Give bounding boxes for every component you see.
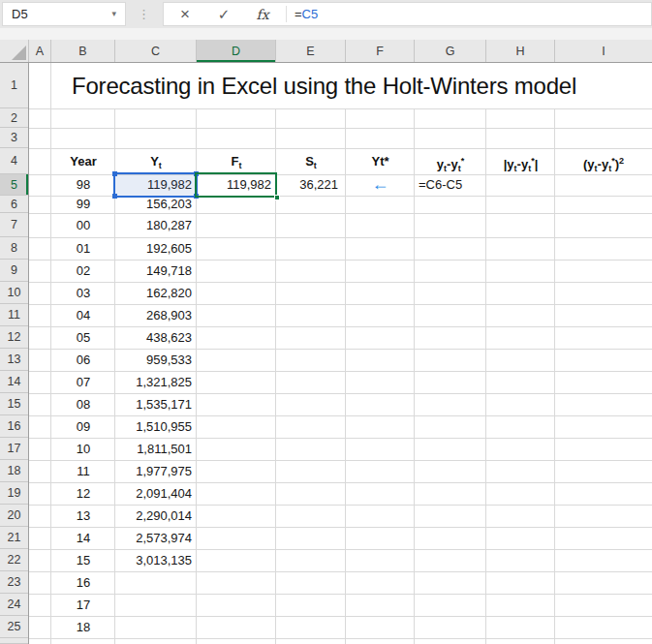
select-all-triangle-icon	[12, 46, 26, 60]
cell-C12[interactable]: 438,623	[115, 326, 192, 349]
cell-B12[interactable]: 05	[51, 326, 115, 349]
row-header-25[interactable]: 25	[0, 616, 28, 638]
cell-C11[interactable]: 268,903	[115, 304, 192, 326]
row-header-16[interactable]: 16	[0, 415, 28, 438]
row-header-7[interactable]: 7	[0, 213, 28, 237]
name-box-dropdown-icon[interactable]: ▾	[111, 9, 116, 18]
cell-B15[interactable]: 08	[51, 393, 115, 415]
cell-D4-header-ft[interactable]: Ft	[197, 148, 276, 174]
cell-B1-title[interactable]: Forecasting in Excel using the Holt-Wint…	[72, 63, 576, 108]
cell-C19[interactable]: 2,091,404	[115, 482, 192, 505]
excel-window: D5 ▾ ⋮ × ✓ fx =C5 A B C D E F G H I 1 2 …	[0, 0, 652, 644]
cell-C9[interactable]: 149,718	[115, 260, 192, 282]
column-header-D[interactable]: D	[197, 40, 276, 62]
cell-C7[interactable]: 180,287	[115, 213, 192, 237]
cell-B13[interactable]: 06	[51, 349, 115, 371]
cell-B18[interactable]: 11	[51, 460, 115, 482]
row-headers: 1 2 3 4 5 6 7 8 9 10 11 12 13 14 15 16 1…	[0, 63, 29, 644]
cell-B24[interactable]: 17	[51, 594, 115, 616]
cell-C20[interactable]: 2,290,014	[115, 505, 192, 527]
cell-C14[interactable]: 1,321,825	[115, 371, 192, 393]
row-header-24[interactable]: 24	[0, 594, 28, 616]
row-header-14[interactable]: 14	[0, 371, 28, 393]
row-header-3[interactable]: 3	[0, 128, 28, 148]
cell-H4-header-absdiff[interactable]: |yt-yt*|	[486, 148, 555, 174]
cell-C6[interactable]: 156,203	[115, 196, 192, 213]
cell-B23[interactable]: 16	[51, 571, 115, 594]
cell-G4-header-diff[interactable]: yt-yt*	[415, 148, 486, 174]
row-header-15[interactable]: 15	[0, 393, 28, 415]
row-header-4[interactable]: 4	[0, 148, 28, 174]
cell-G5[interactable]: =C6-C5	[419, 174, 486, 196]
cell-C8[interactable]: 192,605	[115, 237, 192, 260]
row-header-19[interactable]: 19	[0, 482, 28, 505]
fill-handle[interactable]	[274, 195, 280, 200]
column-header-G[interactable]: G	[415, 40, 486, 62]
column-header-A[interactable]: A	[29, 40, 51, 62]
row-header-9[interactable]: 9	[0, 260, 28, 282]
row-header-8[interactable]: 8	[0, 237, 28, 260]
cell-D5[interactable]: 119,982	[197, 174, 271, 196]
row-header-13[interactable]: 13	[0, 349, 28, 371]
cell-C13[interactable]: 959,533	[115, 349, 192, 371]
select-all-button[interactable]	[0, 40, 29, 62]
row-header-20[interactable]: 20	[0, 505, 28, 527]
cell-C18[interactable]: 1,977,975	[115, 460, 192, 482]
cell-E4-header-st[interactable]: St	[276, 148, 346, 174]
cell-B25[interactable]: 18	[51, 616, 115, 638]
row-header-11[interactable]: 11	[0, 304, 28, 326]
cell-E5[interactable]: 36,221	[276, 174, 338, 196]
cancel-icon[interactable]: ×	[166, 5, 204, 24]
cell-C4-header-yt[interactable]: Yt	[115, 148, 197, 174]
cell-C22[interactable]: 3,013,135	[115, 549, 192, 571]
cell-B16[interactable]: 09	[51, 415, 115, 438]
row-header-18[interactable]: 18	[0, 460, 28, 482]
cell-F4-header-ytstar[interactable]: Yt*	[346, 148, 415, 174]
formula-input[interactable]: =C5	[295, 7, 318, 21]
column-header-F[interactable]: F	[346, 40, 415, 62]
row-header-10[interactable]: 10	[0, 282, 28, 304]
cell-B22[interactable]: 15	[51, 549, 115, 571]
cell-C15[interactable]: 1,535,171	[115, 393, 192, 415]
cell-C5[interactable]: 119,982	[115, 174, 192, 196]
column-header-C[interactable]: C	[115, 40, 197, 62]
row-header-1[interactable]: 1	[0, 63, 28, 108]
cell-B8[interactable]: 01	[51, 237, 115, 260]
cell-B5[interactable]: 98	[51, 174, 115, 196]
row-header-5[interactable]: 5	[0, 174, 28, 196]
cell-B7[interactable]: 00	[51, 213, 115, 237]
cell-B10[interactable]: 03	[51, 282, 115, 304]
row-header-12[interactable]: 12	[0, 326, 28, 349]
cell-B4-header-year[interactable]: Year	[51, 148, 115, 174]
cell-C17[interactable]: 1,811,501	[115, 438, 192, 460]
sheet-grid[interactable]: Forecasting in Excel using the Holt-Wint…	[29, 63, 652, 644]
enter-icon[interactable]: ✓	[204, 6, 243, 23]
row-header-2[interactable]: 2	[0, 108, 28, 128]
row-header-17[interactable]: 17	[0, 438, 28, 460]
cell-B21[interactable]: 14	[51, 527, 115, 549]
cell-C16[interactable]: 1,510,955	[115, 415, 192, 438]
cell-B20[interactable]: 13	[51, 505, 115, 527]
cell-B19[interactable]: 12	[51, 482, 115, 505]
insert-function-icon[interactable]: fx	[243, 7, 282, 22]
row-header-21[interactable]: 21	[0, 527, 28, 549]
name-box[interactable]: D5 ▾	[2, 2, 126, 26]
cell-B6[interactable]: 99	[51, 196, 115, 213]
cell-B9[interactable]: 02	[51, 260, 115, 282]
cell-B17[interactable]: 10	[51, 438, 115, 460]
column-header-I[interactable]: I	[555, 40, 652, 62]
cell-I4-header-sqdiff[interactable]: (yt-yt*)2	[555, 148, 652, 174]
cell-B11[interactable]: 04	[51, 304, 115, 326]
cell-C21[interactable]: 2,573,974	[115, 527, 192, 549]
cell-C10[interactable]: 162,820	[115, 282, 192, 304]
formula-reference: C5	[302, 7, 319, 21]
column-header-B[interactable]: B	[51, 40, 115, 62]
column-header-H[interactable]: H	[486, 40, 555, 62]
formula-bar-strip: D5 ▾ ⋮ × ✓ fx =C5	[0, 0, 652, 28]
row-header-6[interactable]: 6	[0, 196, 28, 213]
row-header-22[interactable]: 22	[0, 549, 28, 571]
column-header-E[interactable]: E	[276, 40, 346, 62]
row-header-26[interactable]	[0, 638, 28, 644]
row-header-23[interactable]: 23	[0, 571, 28, 594]
cell-B14[interactable]: 07	[51, 371, 115, 393]
